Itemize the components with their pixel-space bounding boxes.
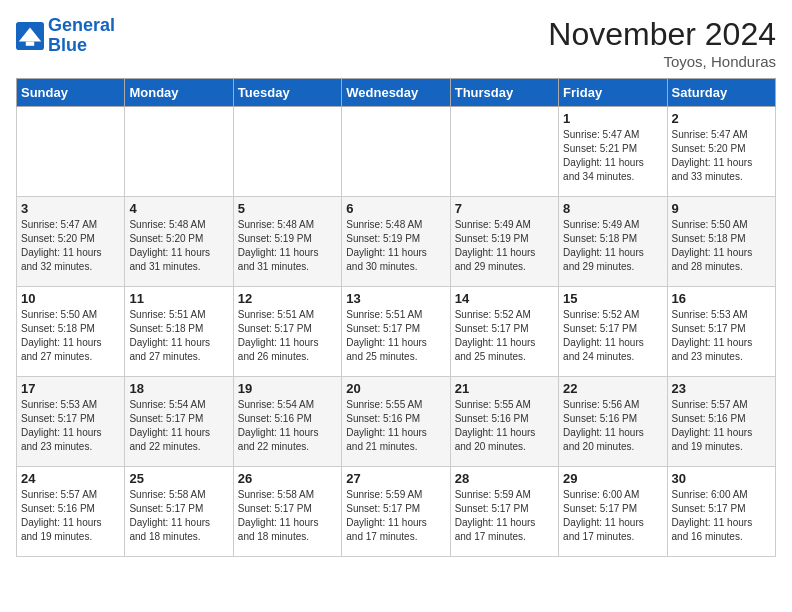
day-info: Sunrise: 5:52 AM Sunset: 5:17 PM Dayligh… [563,308,662,364]
day-number: 17 [21,381,120,396]
day-info: Sunrise: 5:49 AM Sunset: 5:18 PM Dayligh… [563,218,662,274]
day-info: Sunrise: 5:48 AM Sunset: 5:19 PM Dayligh… [238,218,337,274]
calendar-cell: 15Sunrise: 5:52 AM Sunset: 5:17 PM Dayli… [559,287,667,377]
day-number: 11 [129,291,228,306]
calendar-cell: 12Sunrise: 5:51 AM Sunset: 5:17 PM Dayli… [233,287,341,377]
day-number: 5 [238,201,337,216]
calendar-cell: 13Sunrise: 5:51 AM Sunset: 5:17 PM Dayli… [342,287,450,377]
calendar-cell: 30Sunrise: 6:00 AM Sunset: 5:17 PM Dayli… [667,467,775,557]
day-info: Sunrise: 5:52 AM Sunset: 5:17 PM Dayligh… [455,308,554,364]
calendar-cell: 14Sunrise: 5:52 AM Sunset: 5:17 PM Dayli… [450,287,558,377]
logo-line2: Blue [48,35,87,55]
day-number: 24 [21,471,120,486]
calendar-cell: 17Sunrise: 5:53 AM Sunset: 5:17 PM Dayli… [17,377,125,467]
day-info: Sunrise: 5:49 AM Sunset: 5:19 PM Dayligh… [455,218,554,274]
day-number: 9 [672,201,771,216]
logo-icon [16,22,44,50]
day-number: 14 [455,291,554,306]
day-number: 29 [563,471,662,486]
day-number: 3 [21,201,120,216]
month-title: November 2024 [548,16,776,53]
day-info: Sunrise: 5:59 AM Sunset: 5:17 PM Dayligh… [346,488,445,544]
calendar-cell: 10Sunrise: 5:50 AM Sunset: 5:18 PM Dayli… [17,287,125,377]
day-info: Sunrise: 5:56 AM Sunset: 5:16 PM Dayligh… [563,398,662,454]
day-number: 26 [238,471,337,486]
header-row: SundayMondayTuesdayWednesdayThursdayFrid… [17,79,776,107]
day-number: 25 [129,471,228,486]
day-number: 28 [455,471,554,486]
day-info: Sunrise: 5:55 AM Sunset: 5:16 PM Dayligh… [346,398,445,454]
calendar-cell: 24Sunrise: 5:57 AM Sunset: 5:16 PM Dayli… [17,467,125,557]
day-info: Sunrise: 5:58 AM Sunset: 5:17 PM Dayligh… [238,488,337,544]
col-header-tuesday: Tuesday [233,79,341,107]
calendar-cell: 16Sunrise: 5:53 AM Sunset: 5:17 PM Dayli… [667,287,775,377]
day-info: Sunrise: 5:51 AM Sunset: 5:17 PM Dayligh… [238,308,337,364]
logo-text: General Blue [48,16,115,56]
day-number: 12 [238,291,337,306]
calendar-header: SundayMondayTuesdayWednesdayThursdayFrid… [17,79,776,107]
calendar-cell: 29Sunrise: 6:00 AM Sunset: 5:17 PM Dayli… [559,467,667,557]
calendar-cell [17,107,125,197]
day-number: 20 [346,381,445,396]
col-header-thursday: Thursday [450,79,558,107]
day-info: Sunrise: 5:51 AM Sunset: 5:18 PM Dayligh… [129,308,228,364]
calendar-cell: 1Sunrise: 5:47 AM Sunset: 5:21 PM Daylig… [559,107,667,197]
calendar-body: 1Sunrise: 5:47 AM Sunset: 5:21 PM Daylig… [17,107,776,557]
day-info: Sunrise: 5:57 AM Sunset: 5:16 PM Dayligh… [21,488,120,544]
calendar-cell: 6Sunrise: 5:48 AM Sunset: 5:19 PM Daylig… [342,197,450,287]
calendar-cell: 22Sunrise: 5:56 AM Sunset: 5:16 PM Dayli… [559,377,667,467]
calendar-cell: 27Sunrise: 5:59 AM Sunset: 5:17 PM Dayli… [342,467,450,557]
day-number: 16 [672,291,771,306]
day-info: Sunrise: 5:47 AM Sunset: 5:21 PM Dayligh… [563,128,662,184]
day-number: 2 [672,111,771,126]
col-header-sunday: Sunday [17,79,125,107]
calendar-cell: 3Sunrise: 5:47 AM Sunset: 5:20 PM Daylig… [17,197,125,287]
calendar-cell: 2Sunrise: 5:47 AM Sunset: 5:20 PM Daylig… [667,107,775,197]
title-block: November 2024 Toyos, Honduras [548,16,776,70]
week-row-2: 10Sunrise: 5:50 AM Sunset: 5:18 PM Dayli… [17,287,776,377]
week-row-3: 17Sunrise: 5:53 AM Sunset: 5:17 PM Dayli… [17,377,776,467]
calendar-cell: 28Sunrise: 5:59 AM Sunset: 5:17 PM Dayli… [450,467,558,557]
day-info: Sunrise: 5:48 AM Sunset: 5:20 PM Dayligh… [129,218,228,274]
calendar-cell [233,107,341,197]
calendar-cell: 11Sunrise: 5:51 AM Sunset: 5:18 PM Dayli… [125,287,233,377]
day-number: 1 [563,111,662,126]
calendar-cell: 26Sunrise: 5:58 AM Sunset: 5:17 PM Dayli… [233,467,341,557]
page-header: General Blue November 2024 Toyos, Hondur… [16,16,776,70]
day-info: Sunrise: 5:53 AM Sunset: 5:17 PM Dayligh… [21,398,120,454]
calendar-cell: 19Sunrise: 5:54 AM Sunset: 5:16 PM Dayli… [233,377,341,467]
logo-line1: General [48,15,115,35]
day-number: 8 [563,201,662,216]
day-number: 18 [129,381,228,396]
day-number: 13 [346,291,445,306]
calendar-cell: 18Sunrise: 5:54 AM Sunset: 5:17 PM Dayli… [125,377,233,467]
day-info: Sunrise: 5:53 AM Sunset: 5:17 PM Dayligh… [672,308,771,364]
day-number: 6 [346,201,445,216]
calendar-cell: 5Sunrise: 5:48 AM Sunset: 5:19 PM Daylig… [233,197,341,287]
day-info: Sunrise: 5:55 AM Sunset: 5:16 PM Dayligh… [455,398,554,454]
day-number: 27 [346,471,445,486]
day-info: Sunrise: 5:47 AM Sunset: 5:20 PM Dayligh… [672,128,771,184]
day-info: Sunrise: 5:48 AM Sunset: 5:19 PM Dayligh… [346,218,445,274]
week-row-0: 1Sunrise: 5:47 AM Sunset: 5:21 PM Daylig… [17,107,776,197]
day-info: Sunrise: 5:50 AM Sunset: 5:18 PM Dayligh… [672,218,771,274]
week-row-4: 24Sunrise: 5:57 AM Sunset: 5:16 PM Dayli… [17,467,776,557]
day-number: 19 [238,381,337,396]
calendar-cell [342,107,450,197]
col-header-monday: Monday [125,79,233,107]
calendar-cell: 8Sunrise: 5:49 AM Sunset: 5:18 PM Daylig… [559,197,667,287]
day-info: Sunrise: 5:47 AM Sunset: 5:20 PM Dayligh… [21,218,120,274]
logo: General Blue [16,16,115,56]
week-row-1: 3Sunrise: 5:47 AM Sunset: 5:20 PM Daylig… [17,197,776,287]
day-number: 15 [563,291,662,306]
day-info: Sunrise: 5:54 AM Sunset: 5:16 PM Dayligh… [238,398,337,454]
day-info: Sunrise: 5:58 AM Sunset: 5:17 PM Dayligh… [129,488,228,544]
day-number: 23 [672,381,771,396]
calendar-table: SundayMondayTuesdayWednesdayThursdayFrid… [16,78,776,557]
calendar-cell: 20Sunrise: 5:55 AM Sunset: 5:16 PM Dayli… [342,377,450,467]
day-info: Sunrise: 5:54 AM Sunset: 5:17 PM Dayligh… [129,398,228,454]
col-header-saturday: Saturday [667,79,775,107]
calendar-cell [125,107,233,197]
day-number: 4 [129,201,228,216]
day-number: 21 [455,381,554,396]
